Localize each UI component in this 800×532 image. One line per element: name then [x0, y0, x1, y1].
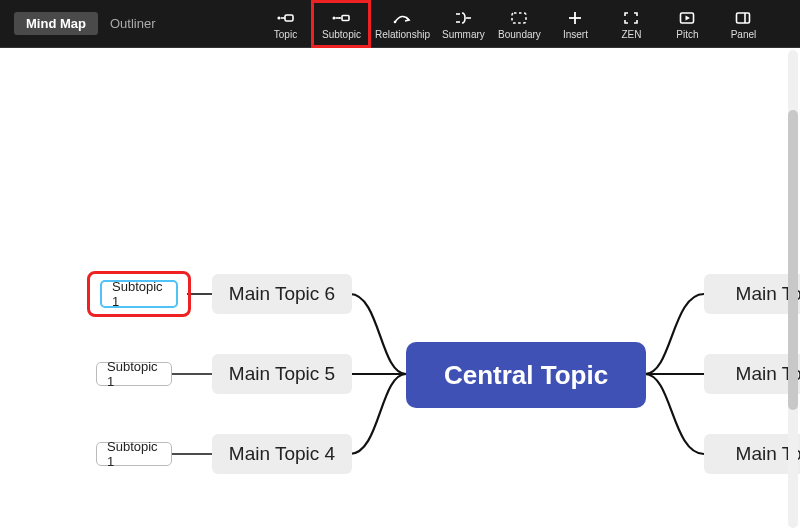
main-topic-node[interactable]: Main Top: [704, 434, 800, 474]
svg-point-5: [339, 17, 341, 19]
tab-mind-map[interactable]: Mind Map: [14, 12, 98, 35]
vertical-scrollbar[interactable]: [788, 50, 798, 528]
tool-panel[interactable]: Panel: [715, 2, 771, 46]
mindmap-canvas[interactable]: Central Topic Main Topic 6 Main Topic 5 …: [0, 48, 800, 532]
tool-summary[interactable]: Summary: [435, 2, 491, 46]
svg-rect-11: [512, 13, 526, 23]
tool-subtopic[interactable]: Subtopic: [313, 2, 369, 46]
svg-rect-2: [285, 15, 293, 21]
main-topic-node[interactable]: Main Topic 4: [212, 434, 352, 474]
main-topic-label: Main Topic 6: [229, 283, 335, 305]
tool-label: Summary: [442, 29, 485, 40]
central-topic-label: Central Topic: [444, 360, 608, 391]
tool-pitch[interactable]: Pitch: [659, 2, 715, 46]
summary-icon: [453, 8, 473, 28]
tool-label: ZEN: [621, 29, 641, 40]
tool-topic[interactable]: Topic: [257, 2, 313, 46]
subtopic-label: Subtopic 1: [107, 439, 161, 469]
subtopic-node[interactable]: Subtopic 1: [100, 280, 178, 308]
subtopic-label: Subtopic 1: [112, 279, 166, 309]
svg-rect-6: [342, 15, 349, 20]
scrollbar-thumb[interactable]: [788, 110, 798, 410]
tool-boundary[interactable]: Boundary: [491, 2, 547, 46]
main-topic-node[interactable]: Main Top: [704, 354, 800, 394]
subtopic-icon: [331, 8, 351, 28]
main-topic-node[interactable]: Main Top: [704, 274, 800, 314]
tool-relationship[interactable]: Relationship: [369, 2, 435, 46]
zen-icon: [622, 8, 640, 28]
subtopic-label: Subtopic 1: [107, 359, 161, 389]
plus-icon: [566, 8, 584, 28]
tool-zen[interactable]: ZEN: [603, 2, 659, 46]
svg-point-3: [333, 16, 336, 19]
svg-point-7: [394, 20, 397, 23]
tab-outliner[interactable]: Outliner: [98, 12, 168, 35]
tool-label: Relationship: [375, 29, 430, 40]
subtopic-node[interactable]: Subtopic 1: [96, 362, 172, 386]
main-topic-node[interactable]: Main Topic 6: [212, 274, 352, 314]
toolbar: Mind Map Outliner Topic: [0, 0, 800, 48]
boundary-icon: [509, 8, 529, 28]
tool-label: Panel: [731, 29, 757, 40]
relationship-icon: [391, 8, 413, 28]
subtopic-node-selected-highlight: Subtopic 1: [90, 274, 188, 314]
main-topic-label: Main Topic 4: [229, 443, 335, 465]
tool-label: Boundary: [498, 29, 541, 40]
main-topic-label: Main Topic 5: [229, 363, 335, 385]
tool-insert[interactable]: Insert: [547, 2, 603, 46]
tool-label: Topic: [274, 29, 297, 40]
panel-icon: [734, 8, 752, 28]
view-tabs: Mind Map Outliner: [0, 12, 167, 35]
central-topic-node[interactable]: Central Topic: [406, 342, 646, 408]
subtopic-node[interactable]: Subtopic 1: [96, 442, 172, 466]
topic-icon: [275, 8, 295, 28]
svg-marker-15: [686, 15, 691, 20]
tool-label: Pitch: [676, 29, 698, 40]
tools-group: Topic Subtopic Relationsh: [257, 2, 771, 46]
tool-label: Subtopic: [322, 29, 361, 40]
svg-point-0: [278, 16, 281, 19]
pitch-icon: [678, 8, 696, 28]
tool-label: Insert: [563, 29, 588, 40]
svg-rect-16: [737, 13, 750, 23]
main-topic-node[interactable]: Main Topic 5: [212, 354, 352, 394]
